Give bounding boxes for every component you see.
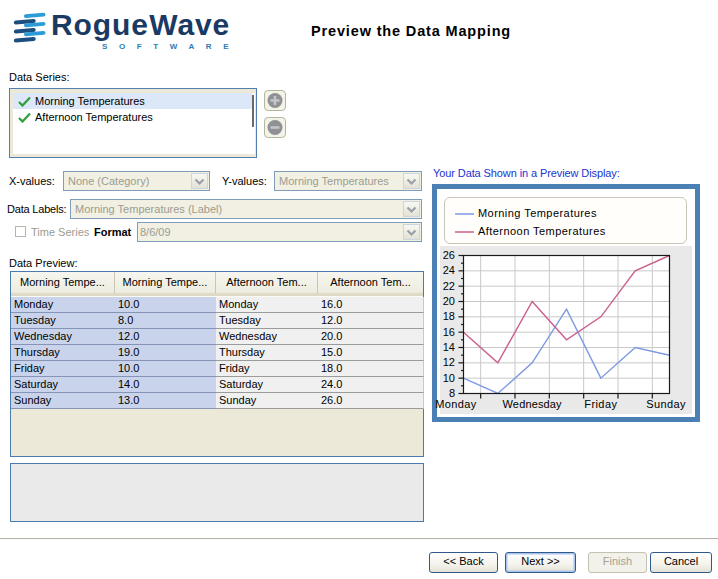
- svg-text:24: 24: [443, 264, 455, 276]
- svg-text:26: 26: [443, 249, 455, 261]
- svg-text:14: 14: [443, 341, 455, 353]
- svg-text:Sunday: Sunday: [646, 398, 686, 410]
- svg-text:20: 20: [443, 295, 455, 307]
- svg-text:10: 10: [443, 372, 455, 384]
- svg-text:Monday: Monday: [435, 398, 477, 410]
- svg-text:Friday: Friday: [584, 398, 617, 410]
- svg-text:22: 22: [443, 280, 455, 292]
- svg-text:Wednesday: Wednesday: [503, 398, 563, 410]
- svg-text:18: 18: [443, 310, 455, 322]
- svg-text:16: 16: [443, 326, 455, 338]
- svg-text:12: 12: [443, 356, 455, 368]
